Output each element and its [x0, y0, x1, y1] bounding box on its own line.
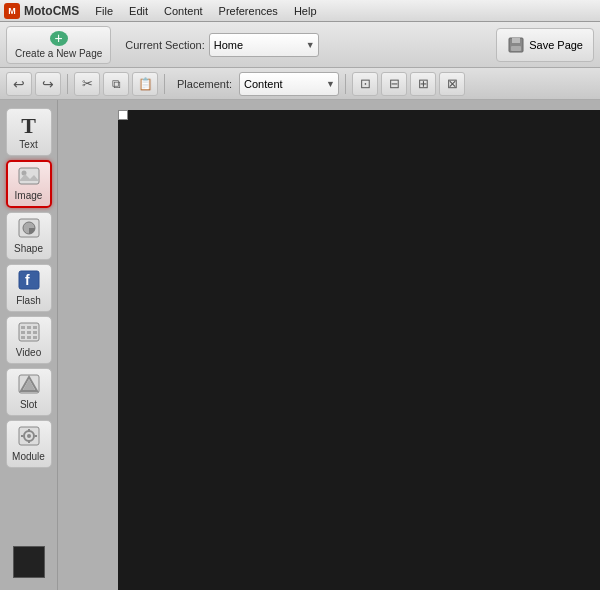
undo-icon: ↩ [13, 76, 25, 92]
undo-button[interactable]: ↩ [6, 72, 32, 96]
redo-icon: ↪ [42, 76, 54, 92]
svg-point-25 [27, 434, 31, 438]
tool-shape[interactable]: Shape [6, 212, 52, 260]
tool-image[interactable]: Image [6, 160, 52, 208]
separator-3 [345, 74, 346, 94]
svg-rect-13 [33, 326, 37, 329]
section-select[interactable]: Home About Contact Portfolio [209, 33, 319, 57]
svg-rect-18 [27, 336, 31, 339]
canvas-handle[interactable] [118, 110, 128, 120]
svg-rect-11 [21, 326, 25, 329]
svg-rect-16 [33, 331, 37, 334]
module-tool-label: Module [12, 451, 45, 462]
main-toolbar: + Create a New Page Current Section: Hom… [0, 22, 600, 68]
slot-tool-label: Slot [20, 399, 37, 410]
app-name: MotoCMS [24, 4, 79, 18]
text-tool-label: Text [19, 139, 37, 150]
create-new-page-button[interactable]: + Create a New Page [6, 26, 111, 64]
placement-label: Placement: [177, 78, 232, 90]
main-area: T Text Image Shape [0, 100, 600, 590]
save-label: Save Page [529, 39, 583, 51]
cut-button[interactable]: ✂ [74, 72, 100, 96]
section-group: Current Section: Home About Contact Port… [125, 33, 318, 57]
shape-tool-label: Shape [14, 243, 43, 254]
separator-2 [164, 74, 165, 94]
image-tool-label: Image [15, 190, 43, 201]
video-tool-icon [18, 322, 40, 345]
text-tool-icon: T [21, 115, 36, 137]
video-tool-label: Video [16, 347, 41, 358]
menu-help[interactable]: Help [286, 3, 325, 19]
fit1-icon: ⊡ [360, 76, 371, 91]
tool-video[interactable]: Video [6, 316, 52, 364]
tool-module[interactable]: Module [6, 420, 52, 468]
fit-button-1[interactable]: ⊡ [352, 72, 378, 96]
tools-sidebar: T Text Image Shape [0, 100, 58, 590]
color-swatch[interactable] [13, 546, 45, 578]
copy-button[interactable]: ⧉ [103, 72, 129, 96]
menu-content[interactable]: Content [156, 3, 211, 19]
placement-select[interactable]: Content Header Footer Sidebar [239, 72, 339, 96]
menu-file[interactable]: File [87, 3, 121, 19]
tool-text[interactable]: T Text [6, 108, 52, 156]
tool-flash[interactable]: f Flash [6, 264, 52, 312]
fit3-icon: ⊞ [418, 76, 429, 91]
svg-rect-1 [512, 38, 520, 43]
app-logo: M MotoCMS [4, 3, 79, 19]
module-tool-icon [18, 426, 40, 449]
save-icon [507, 36, 525, 54]
fit2-icon: ⊟ [389, 76, 400, 91]
fit-button-2[interactable]: ⊟ [381, 72, 407, 96]
fit-button-4[interactable]: ⊠ [439, 72, 465, 96]
svg-rect-2 [511, 46, 521, 51]
placement-select-wrapper: Content Header Footer Sidebar ▼ [239, 72, 339, 96]
cut-icon: ✂ [82, 76, 93, 91]
flash-tool-label: Flash [16, 295, 40, 306]
image-tool-icon [18, 167, 40, 188]
svg-rect-17 [21, 336, 25, 339]
shape-tool-icon [18, 218, 40, 241]
section-label: Current Section: [125, 39, 204, 51]
svg-rect-19 [33, 336, 37, 339]
menubar: M MotoCMS File Edit Content Preferences … [0, 0, 600, 22]
create-label: Create a New Page [15, 48, 102, 59]
svg-rect-3 [19, 168, 39, 184]
page-canvas[interactable] [118, 110, 600, 590]
tool-slot[interactable]: Slot [6, 368, 52, 416]
save-page-button[interactable]: Save Page [496, 28, 594, 62]
svg-rect-12 [27, 326, 31, 329]
secondary-toolbar: ↩ ↪ ✂ ⧉ 📋 Placement: Content Header Foot… [0, 68, 600, 100]
svg-text:f: f [25, 272, 30, 288]
create-icon: + [50, 31, 68, 46]
slot-tool-icon [18, 374, 40, 397]
separator-1 [67, 74, 68, 94]
logo-icon: M [4, 3, 20, 19]
menu-preferences[interactable]: Preferences [211, 3, 286, 19]
redo-button[interactable]: ↪ [35, 72, 61, 96]
copy-icon: ⧉ [112, 77, 121, 91]
svg-rect-15 [27, 331, 31, 334]
flash-tool-icon: f [18, 270, 40, 293]
fit-button-3[interactable]: ⊞ [410, 72, 436, 96]
section-select-wrapper: Home About Contact Portfolio ▼ [209, 33, 319, 57]
fit4-icon: ⊠ [447, 76, 458, 91]
paste-button[interactable]: 📋 [132, 72, 158, 96]
menu-edit[interactable]: Edit [121, 3, 156, 19]
svg-rect-14 [21, 331, 25, 334]
canvas-area [58, 100, 600, 590]
paste-icon: 📋 [138, 77, 153, 91]
